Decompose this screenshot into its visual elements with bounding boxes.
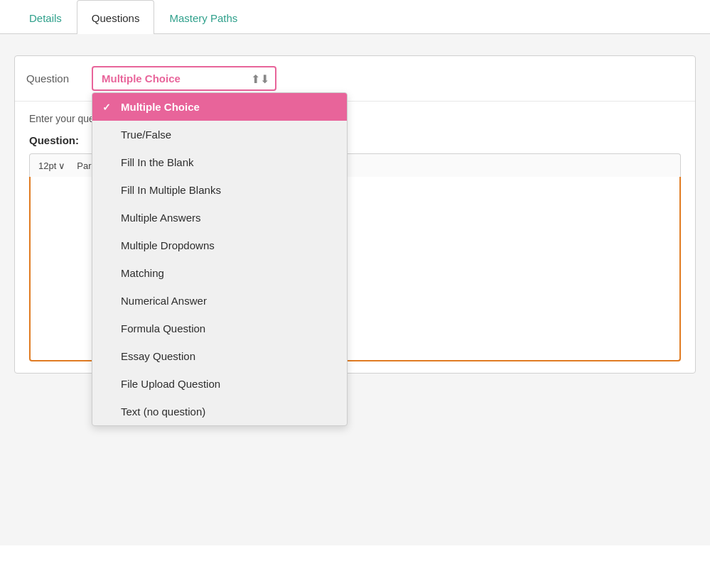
tab-questions[interactable]: Questions <box>77 0 155 34</box>
menu-item-multiple-choice[interactable]: ✓ Multiple Choice <box>92 93 347 121</box>
menu-item-matching[interactable]: Matching <box>92 259 347 287</box>
menu-item-file-upload[interactable]: File Upload Question <box>92 370 347 398</box>
question-type-select[interactable]: Multiple Choice <box>92 66 276 91</box>
menu-item-formula-question[interactable]: Formula Question <box>92 315 347 342</box>
main-content: Question Multiple Choice ⬆⬇ ✓ Multiple C… <box>0 34 710 545</box>
menu-item-fill-multiple-blanks[interactable]: Fill In Multiple Blanks <box>92 176 347 204</box>
menu-item-multiple-dropdowns[interactable]: Multiple Dropdowns <box>92 232 347 259</box>
question-type-dropdown-wrapper: Multiple Choice ⬆⬇ ✓ Multiple Choice Tru… <box>92 66 276 91</box>
menu-item-true-false[interactable]: True/False <box>92 121 347 148</box>
menu-item-numerical-answer[interactable]: Numerical Answer <box>92 287 347 315</box>
question-type-label: Question <box>26 72 83 85</box>
check-mark-icon: ✓ <box>102 102 111 113</box>
tab-details[interactable]: Details <box>14 0 77 34</box>
menu-item-essay-question[interactable]: Essay Question <box>92 342 347 370</box>
tabs-bar: Details Questions Mastery Paths <box>0 0 710 34</box>
question-card: Question Multiple Choice ⬆⬇ ✓ Multiple C… <box>14 55 696 374</box>
question-type-menu: ✓ Multiple Choice True/False Fill In the… <box>92 92 348 426</box>
menu-item-fill-blank[interactable]: Fill In the Blank <box>92 148 347 176</box>
font-size-chevron-icon: ∨ <box>58 160 65 171</box>
question-type-trigger[interactable]: Multiple Choice ⬆⬇ <box>92 66 276 91</box>
tab-mastery-paths[interactable]: Mastery Paths <box>154 0 252 34</box>
menu-item-text-no-question[interactable]: Text (no question) <box>92 398 347 425</box>
question-card-header: Question Multiple Choice ⬆⬇ ✓ Multiple C… <box>15 56 695 102</box>
menu-item-multiple-answers[interactable]: Multiple Answers <box>92 204 347 232</box>
font-size-selector[interactable]: 12pt ∨ <box>36 159 68 173</box>
